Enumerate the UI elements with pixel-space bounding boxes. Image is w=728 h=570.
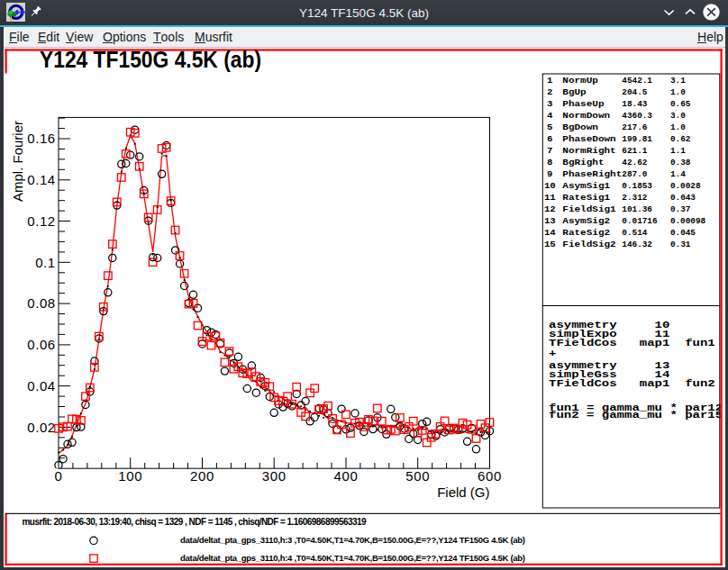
svg-text:6: 6	[547, 134, 553, 144]
svg-text:3: 3	[547, 99, 553, 109]
svg-text:BgDown: BgDown	[562, 122, 598, 132]
svg-text:0.045: 0.045	[670, 228, 696, 238]
svg-text:0.14: 0.14	[27, 172, 56, 187]
svg-text:BgRight: BgRight	[562, 158, 604, 167]
svg-text:0.08: 0.08	[27, 295, 56, 311]
svg-text:400: 400	[334, 468, 359, 484]
svg-text:0.38: 0.38	[670, 158, 691, 167]
svg-text:18.43: 18.43	[622, 99, 647, 109]
svg-text:0.16: 0.16	[27, 131, 56, 146]
svg-text:4360.3: 4360.3	[622, 111, 652, 121]
svg-text:0.0028: 0.0028	[670, 181, 701, 191]
svg-text:map1: map1	[640, 378, 670, 389]
svg-text:3.0: 3.0	[670, 111, 686, 121]
svg-text:FieldSig2: FieldSig2	[562, 240, 616, 249]
svg-text:2: 2	[547, 87, 553, 97]
svg-text:5: 5	[547, 122, 553, 132]
svg-text:BgUp: BgUp	[562, 87, 587, 97]
svg-text:100: 100	[118, 468, 142, 484]
svg-text:0.043: 0.043	[670, 193, 696, 203]
svg-text:=: =	[587, 410, 594, 421]
svg-text:Ampl. Fourier: Ampl. Fourier	[10, 121, 25, 202]
svg-text:0.31: 0.31	[670, 240, 691, 249]
svg-text:PhaseRight: PhaseRight	[562, 169, 622, 179]
svg-text:4: 4	[547, 111, 553, 121]
svg-text:fun2: fun2	[549, 410, 579, 421]
svg-text:*: *	[669, 410, 677, 421]
svg-text:0: 0	[55, 468, 63, 484]
svg-text:2.312: 2.312	[622, 193, 647, 203]
svg-text:NormDown: NormDown	[562, 111, 610, 121]
svg-text:0.01716: 0.01716	[622, 216, 658, 226]
svg-text:fun1: fun1	[685, 338, 715, 348]
svg-text:0.1: 0.1	[35, 255, 56, 270]
svg-text:Field (G): Field (G)	[437, 484, 489, 500]
svg-text:NormRight: NormRight	[562, 146, 615, 156]
svg-text:AsymSig1: AsymSig1	[562, 181, 610, 191]
svg-text:1.4: 1.4	[670, 169, 686, 179]
svg-text:600: 600	[478, 468, 502, 484]
svg-text:1.0: 1.0	[670, 87, 686, 97]
svg-text:NormUp: NormUp	[562, 76, 598, 86]
svg-text:RateSig2: RateSig2	[562, 228, 610, 238]
svg-text:0.04: 0.04	[27, 378, 56, 394]
svg-text:12: 12	[544, 204, 556, 214]
svg-text:1.1: 1.1	[670, 146, 686, 156]
svg-text:data/deltat_pta_gps_3110,h:4 ,: data/deltat_pta_gps_3110,h:4 ,T0=4.50K,T…	[180, 553, 525, 563]
svg-text:621.1: 621.1	[622, 146, 647, 156]
svg-text:15: 15	[544, 240, 556, 249]
svg-text:300: 300	[262, 468, 287, 484]
svg-text:0.65: 0.65	[670, 99, 691, 109]
svg-text:146.32: 146.32	[622, 240, 652, 249]
svg-text:0.12: 0.12	[27, 213, 56, 229]
svg-text:PhaseDown: PhaseDown	[562, 134, 616, 144]
svg-text:10: 10	[544, 181, 556, 191]
svg-text:0.06: 0.06	[27, 337, 56, 352]
svg-text:gamma_mu: gamma_mu	[602, 410, 662, 421]
svg-text:0.1853: 0.1853	[622, 181, 652, 191]
svg-text:RateSig1: RateSig1	[562, 193, 610, 203]
svg-text:+: +	[549, 348, 556, 359]
svg-text:14: 14	[544, 228, 556, 238]
svg-text:0.62: 0.62	[670, 134, 691, 144]
svg-text:204.5: 204.5	[622, 87, 647, 97]
svg-text:fun2: fun2	[685, 378, 715, 389]
svg-text:data/deltat_pta_gps_3110,h:3 ,: data/deltat_pta_gps_3110,h:3 ,T0=4.50K,T…	[180, 535, 525, 545]
svg-text:11: 11	[544, 193, 556, 203]
svg-text:199.81: 199.81	[622, 134, 652, 144]
svg-text:0.02: 0.02	[27, 420, 56, 435]
svg-text:1: 1	[547, 76, 553, 86]
svg-text:FieldSig1: FieldSig1	[562, 204, 616, 214]
svg-text:13: 13	[544, 216, 556, 226]
svg-text:9: 9	[547, 169, 553, 179]
svg-text:3.1: 3.1	[670, 76, 686, 86]
svg-text:4542.1: 4542.1	[622, 76, 652, 86]
svg-text:200: 200	[190, 468, 214, 484]
svg-text:500: 500	[405, 468, 430, 484]
svg-text:101.36: 101.36	[622, 204, 652, 214]
svg-text:TFieldCos: TFieldCos	[549, 378, 617, 389]
svg-text:musrfit: 2018-06-30, 13:19:40,: musrfit: 2018-06-30, 13:19:40, chisq = 1…	[23, 517, 367, 527]
svg-text:map1: map1	[640, 338, 670, 348]
svg-text:0.00098: 0.00098	[670, 216, 706, 226]
svg-text:42.62: 42.62	[622, 158, 647, 167]
svg-text:287.0: 287.0	[622, 169, 647, 179]
svg-text:Y124 TF150G 4.5K (ab): Y124 TF150G 4.5K (ab)	[40, 46, 261, 73]
svg-text:7: 7	[547, 146, 553, 156]
svg-text:PhaseUp: PhaseUp	[562, 99, 605, 109]
svg-text:217.6: 217.6	[622, 122, 647, 132]
svg-text:1.0: 1.0	[670, 122, 686, 132]
svg-text:0.514: 0.514	[622, 228, 647, 238]
svg-text:TFieldCos: TFieldCos	[549, 338, 617, 348]
svg-text:0.37: 0.37	[670, 204, 691, 214]
svg-text:8: 8	[547, 158, 553, 167]
svg-text:par15: par15	[685, 410, 723, 421]
svg-text:AsymSig2: AsymSig2	[562, 216, 610, 226]
